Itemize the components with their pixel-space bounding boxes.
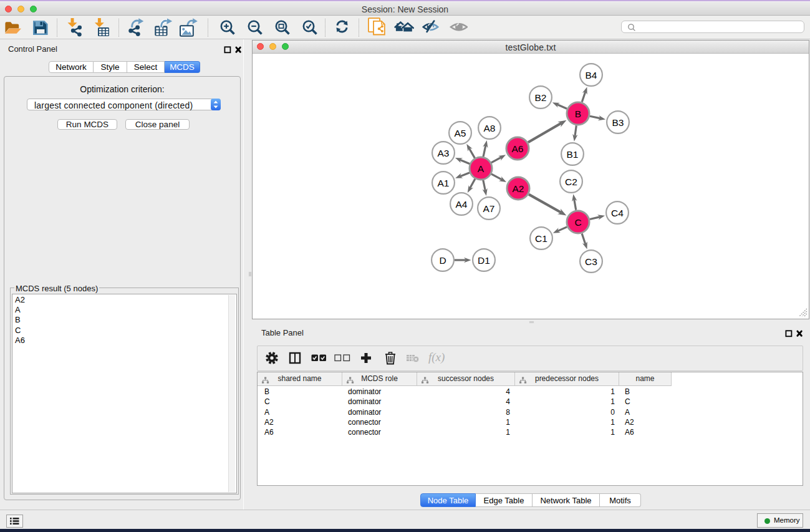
svg-text:C2: C2: [565, 177, 577, 187]
svg-text:A2: A2: [513, 183, 524, 194]
svg-text:A8: A8: [484, 123, 496, 133]
svg-text:A: A: [478, 163, 485, 174]
svg-text:A5: A5: [455, 128, 466, 138]
svg-text:A7: A7: [483, 203, 495, 214]
svg-text:D: D: [439, 255, 446, 266]
svg-text:A6: A6: [512, 143, 524, 154]
svg-text:A3: A3: [438, 148, 450, 158]
svg-text:B2: B2: [535, 92, 547, 103]
svg-text:C: C: [574, 217, 581, 228]
svg-text:D1: D1: [478, 255, 490, 266]
svg-text:C1: C1: [535, 233, 547, 244]
svg-text:B4: B4: [586, 70, 597, 80]
svg-text:C4: C4: [611, 208, 624, 218]
svg-text:B: B: [575, 109, 581, 119]
svg-text:B3: B3: [612, 117, 624, 128]
svg-text:A4: A4: [456, 199, 468, 210]
svg-text:A1: A1: [438, 178, 450, 188]
svg-text:B1: B1: [567, 149, 579, 160]
svg-text:C3: C3: [585, 256, 597, 267]
